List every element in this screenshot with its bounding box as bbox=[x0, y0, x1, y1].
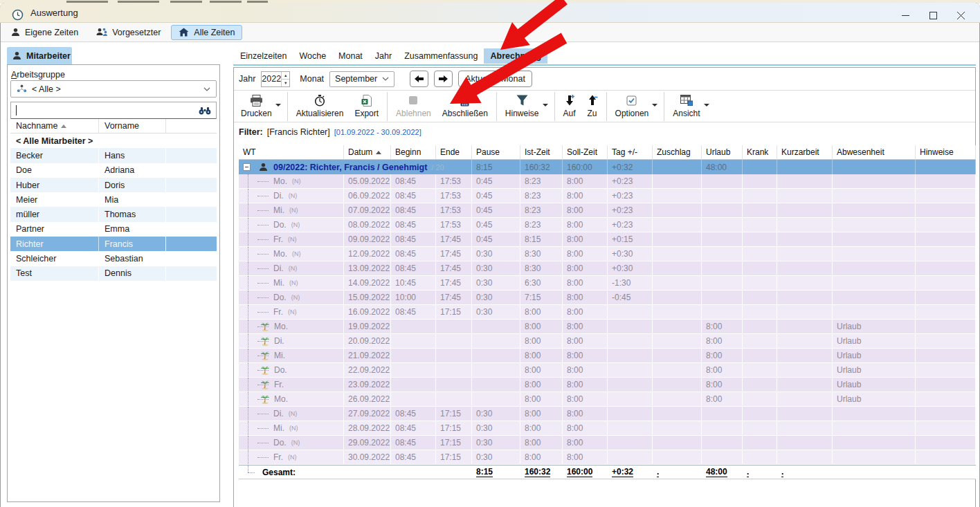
maximize-button[interactable] bbox=[919, 6, 947, 24]
group-header-row[interactable]: 09/2022: Richter, Francis / Genehmigt/ 2… bbox=[239, 160, 976, 174]
column-header-krank[interactable]: Krank bbox=[743, 145, 777, 159]
dropdown-arrow-icon[interactable] bbox=[543, 104, 548, 107]
dropdown-arrow-icon[interactable] bbox=[652, 104, 657, 107]
list-item-employee[interactable]: DoeAdriana bbox=[10, 163, 217, 178]
viewtab-vorgesetzter[interactable]: Vorgesetzter bbox=[89, 25, 168, 40]
toolbar-button-ansicht[interactable]: Ansicht bbox=[667, 91, 705, 122]
viewtab-alle-zeiten[interactable]: Alle Zeiten bbox=[171, 25, 242, 40]
tab-jahr[interactable]: Jahr bbox=[369, 48, 398, 64]
spin-down-icon[interactable]: ▼ bbox=[282, 79, 289, 86]
table-row[interactable]: Do.22.09.20228:008:008:00Urlaub bbox=[239, 363, 976, 378]
column-header-abwesenheit[interactable]: Abwesenheit bbox=[833, 145, 916, 159]
tree-line bbox=[248, 436, 248, 450]
cell-kurzarbeit bbox=[777, 436, 833, 450]
month-select[interactable]: September bbox=[329, 71, 394, 87]
toolbar-button-aktualisieren[interactable]: Aktualisieren bbox=[291, 91, 350, 122]
table-row[interactable]: Fr.23.09.20228:008:008:00Urlaub bbox=[239, 378, 976, 392]
dropdown-arrow-icon[interactable] bbox=[704, 104, 709, 107]
toolbar-button-hinweise[interactable]: Hinweise bbox=[500, 91, 545, 122]
total-kurzarbeit-cell: . bbox=[777, 465, 833, 479]
table-row[interactable]: Fr.(N)16.09.202208:4517:150:308:008:00 bbox=[239, 305, 976, 320]
arbeitsgruppe-select[interactable]: < Alle > bbox=[10, 80, 217, 98]
list-item-employee[interactable]: HuberDoris bbox=[10, 178, 217, 192]
tab-abrechnung[interactable]: Abrechnung bbox=[484, 48, 547, 64]
column-header-sollzeit[interactable]: Soll-Zeit bbox=[563, 145, 608, 159]
column-header-pause[interactable]: Pause bbox=[472, 145, 520, 159]
next-month-button[interactable] bbox=[434, 71, 453, 87]
tree-line bbox=[248, 472, 255, 473]
table-row[interactable]: Mi.(N)28.09.202208:4517:150:308:008:00 bbox=[239, 421, 976, 436]
tab-einzelzeiten[interactable]: Einzelzeiten bbox=[234, 48, 293, 64]
current-month-button[interactable]: Aktueller Monat bbox=[458, 71, 532, 87]
column-header-vorname[interactable]: Vorname bbox=[99, 119, 166, 133]
table-row[interactable]: Fr.(N)09.09.202208:4517:450:458:158:00+0… bbox=[239, 232, 976, 247]
tab-monat[interactable]: Monat bbox=[332, 48, 369, 64]
column-header-ende[interactable]: Ende bbox=[436, 145, 472, 159]
list-item-employee[interactable]: SchleicherSebastian bbox=[10, 251, 217, 266]
list-item-employee[interactable]: müllerThomas bbox=[10, 207, 217, 221]
table-row[interactable]: Mi.(N)14.09.202210:4517:450:306:308:00-1… bbox=[239, 276, 976, 291]
toolbar-button-drucken[interactable]: Drucken bbox=[235, 91, 278, 122]
column-header-nachname[interactable]: Nachname bbox=[10, 119, 99, 133]
cell-ende: 17:45 bbox=[436, 261, 472, 276]
toolbar-button-auf[interactable]: Auf bbox=[558, 91, 581, 122]
weekday-label: Fr. bbox=[273, 452, 283, 462]
list-item-employee[interactable]: TestDennis bbox=[10, 266, 217, 281]
table-row[interactable]: Di.(N)06.09.202208:4517:530:458:238:00+0… bbox=[239, 189, 976, 203]
cell-krank bbox=[743, 392, 777, 407]
weekday-label: Mo. bbox=[273, 176, 287, 186]
year-spinner[interactable]: 2022 ▲▼ bbox=[261, 71, 290, 87]
table-row[interactable]: Mo.19.09.20228:008:008:00Urlaub bbox=[239, 320, 976, 334]
list-item-employee[interactable]: BeckerHans bbox=[10, 148, 217, 163]
tab-woche[interactable]: Woche bbox=[293, 48, 332, 64]
cell-hinweise bbox=[916, 218, 976, 232]
table-row[interactable]: Mi.(N)07.09.202208:4517:530:458:238:00+0… bbox=[239, 203, 976, 218]
weekday-cell: Fr.(N) bbox=[239, 305, 344, 320]
table-row[interactable]: Do.(N)08.09.202208:4517:530:458:238:00+0… bbox=[239, 218, 976, 232]
column-header-beginn[interactable]: Beginn bbox=[391, 145, 436, 159]
viewtab-eigene-zeiten[interactable]: Eigene Zeiten bbox=[3, 25, 86, 40]
column-header-hinweise[interactable]: Hinweise bbox=[916, 145, 976, 159]
minimize-button[interactable] bbox=[891, 6, 919, 24]
table-row[interactable]: Mo.26.09.20228:008:008:00Urlaub bbox=[239, 392, 976, 407]
toolbar-button-optionen[interactable]: Optionen bbox=[610, 91, 655, 122]
cell-zuschlag bbox=[653, 174, 702, 189]
column-header-datum[interactable]: Datum bbox=[344, 145, 391, 159]
table-row[interactable]: Di.(N)27.09.202208:4517:150:308:008:00 bbox=[239, 407, 976, 421]
toolbar-button-zu[interactable]: Zu bbox=[581, 91, 604, 122]
spin-up-icon[interactable]: ▲ bbox=[282, 72, 289, 79]
tab-zusammenfassung[interactable]: Zusammenfassung bbox=[398, 48, 484, 64]
column-header-istzeit[interactable]: Ist-Zeit bbox=[520, 145, 563, 159]
employee-search-input[interactable] bbox=[10, 102, 217, 120]
table-row[interactable]: Do.(N)15.09.202210:0017:450:307:158:00-0… bbox=[239, 291, 976, 305]
toolbar-button-export[interactable]: Export bbox=[349, 91, 384, 122]
table-row[interactable]: Mi.21.09.20228:008:008:00Urlaub bbox=[239, 349, 976, 363]
collapse-box-icon[interactable] bbox=[243, 163, 251, 171]
column-header-urlaub[interactable]: Urlaub bbox=[702, 145, 743, 159]
list-item-employee[interactable]: PartnerEmma bbox=[10, 222, 217, 237]
dropdown-arrow-icon[interactable] bbox=[275, 104, 281, 107]
column-header-kurzarbeit[interactable]: Kurzarbeit bbox=[777, 145, 833, 159]
previous-month-button[interactable] bbox=[410, 71, 428, 87]
column-header-zuschlag[interactable]: Zuschlag bbox=[653, 145, 702, 159]
toolbar-button-abschliessen[interactable]: Abschließen bbox=[437, 91, 493, 122]
list-item-all-mitarbeiter[interactable]: < Alle Mitarbeiter > bbox=[10, 133, 217, 148]
table-row[interactable]: Mo.(N)12.09.202208:4517:450:308:308:00+0… bbox=[239, 247, 976, 261]
column-header-wt[interactable]: WT bbox=[239, 145, 344, 159]
cell-date: 13.09.2022 bbox=[344, 261, 391, 276]
close-button[interactable] bbox=[947, 6, 974, 24]
table-row[interactable]: Do.(N)29.09.202208:4517:150:308:008:00 bbox=[239, 436, 976, 450]
list-item-employee[interactable]: RichterFrancis bbox=[10, 237, 217, 251]
tree-line bbox=[257, 239, 269, 240]
toolbar-button-label: Abschließen bbox=[442, 109, 488, 118]
table-row[interactable]: Fr.(N)30.09.202208:4517:150:308:008:00 bbox=[239, 450, 976, 465]
tab-mitarbeiter[interactable]: Mitarbeiter bbox=[7, 47, 72, 64]
column-header-tag[interactable]: Tag +/- bbox=[608, 145, 653, 159]
table-row[interactable]: Mo.(N)05.09.202208:4517:530:458:238:00+0… bbox=[239, 174, 976, 189]
table-row[interactable]: Di.20.09.20228:008:008:00Urlaub bbox=[239, 334, 976, 349]
viewtab-label: Eigene Zeiten bbox=[25, 28, 78, 37]
list-item-employee[interactable]: MeierMia bbox=[10, 192, 217, 207]
binoculars-search-icon[interactable] bbox=[199, 107, 211, 115]
table-row[interactable]: Di.(N)13.09.202208:4517:450:308:308:00+0… bbox=[239, 261, 976, 276]
cell-zuschlag bbox=[653, 276, 702, 291]
